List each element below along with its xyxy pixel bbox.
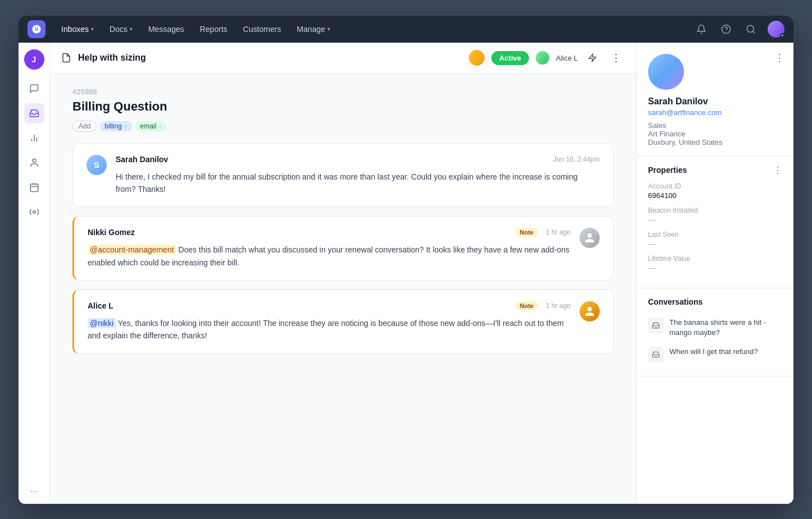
app-window: Inboxes ▾ Docs ▾ Messages Reports Custom… [19,16,793,504]
prop-label: Lifetime Value [648,255,782,263]
conversation-list-item[interactable]: The banana shirts were a hit - mango may… [648,313,782,342]
user-avatar[interactable] [768,21,784,38]
svg-marker-13 [589,54,596,61]
prop-value: — [648,215,782,224]
chevron-icon: ▾ [327,26,330,32]
content-area: Help with sizing Active Alice L ⋮ #25988 [50,43,636,504]
message-body: @nikki Yes, thanks for looking into thei… [88,317,571,342]
message-time: Jun 10, 2:44pm [553,155,600,163]
prop-label: Beacon Installed [648,206,782,214]
header-actions: Active Alice L ⋮ [468,49,625,67]
messages-area: #25988 Billing Question Add billing × em… [50,74,636,504]
message-header: Alice L Note 1 hr ago [88,301,571,310]
note-badge: Note [516,228,538,237]
note-card: Nikki Gomez Note 1 hr ago @account-manag… [72,216,614,281]
conversation-icon [648,318,664,333]
tag-billing: billing × [100,121,132,131]
agent-avatar-2[interactable] [535,50,550,66]
sidebar-item-labels[interactable] [24,177,44,198]
svg-rect-8 [30,184,38,192]
message-sender: Nikki Gomez [88,228,135,237]
message-time: 1 hr ago [546,228,571,236]
more-options-button[interactable]: ⋮ [607,49,625,67]
conversations-title: Conversations [648,297,702,306]
remove-tag-billing[interactable]: × [124,123,127,130]
contact-avatar [648,54,684,90]
message-card: S Sarah Danilov Jun 10, 2:44pm Hi there,… [72,143,614,208]
search-icon[interactable] [743,21,759,37]
nav-icons [694,21,784,38]
section-header: Conversations [648,297,782,306]
sidebar-item-conversations[interactable] [24,79,44,99]
online-indicator [780,33,784,38]
conversations-section: Conversations The banana shirts were a h… [637,288,793,376]
status-badge[interactable]: Active [491,51,529,65]
sidebar-more[interactable]: ··· [30,485,38,497]
message-time: 1 hr ago [546,302,571,310]
note-badge: Note [516,301,538,310]
ticket-title: Billing Question [72,99,614,114]
lightning-button[interactable] [583,49,601,67]
nav-customers[interactable]: Customers [236,21,288,37]
add-tag-button[interactable]: Add [72,121,97,132]
nav-reports[interactable]: Reports [193,21,234,37]
conversation-snippet: The banana shirts were a hit - mango may… [669,318,782,338]
svg-line-3 [752,31,754,33]
message-body: Hi there, I checked my bill for the annu… [116,171,600,196]
prop-value: 6964100 [648,191,782,200]
contact-role: Sales [648,121,782,130]
message-header: Nikki Gomez Note 1 hr ago [88,228,571,237]
contact-email[interactable]: sarah@artfinance.com [648,108,782,117]
remove-tag-email[interactable]: × [158,123,162,130]
prop-value: — [648,264,782,272]
property-lifetime-value: Lifetime Value — [648,255,782,272]
notifications-icon[interactable] [694,21,709,37]
message-header: Sarah Danilov Jun 10, 2:44pm [116,155,600,164]
svg-point-7 [33,159,36,162]
note-card: Alice L Note 1 hr ago @nikki Yes, thanks… [72,290,614,354]
mention-tag: @account-management [88,245,176,255]
conversation-list-item[interactable]: When will I get that refund? [648,342,782,367]
help-icon[interactable] [718,21,734,37]
contact-more-button[interactable]: ⋮ [774,52,784,64]
prop-label: Last Seen [648,231,782,238]
nav-docs[interactable]: Docs ▾ [103,21,139,37]
prop-label: Account ID [648,182,782,190]
main-layout: J ··· [19,43,793,504]
contact-location: Duxbury, United States [648,138,782,146]
tag-email: email × [135,121,166,131]
message-body: @account-management Does this bill match… [88,244,571,269]
nav-inboxes[interactable]: Inboxes ▾ [54,21,101,37]
svg-point-12 [33,210,35,213]
conversation-snippet: When will I get that refund? [669,347,758,357]
mention-tag: @nikki [88,318,116,328]
properties-section: Properties ⋮ Account ID 6964100 Beacon I… [637,156,793,288]
sidebar-user-avatar[interactable]: J [24,49,44,70]
contact-name: Sarah Danilov [648,97,782,107]
nav-messages[interactable]: Messages [142,21,191,37]
conversation-icon [648,347,664,362]
conversation-title: Help with sizing [78,53,461,63]
sidebar-item-settings[interactable] [24,202,44,222]
section-more-button[interactable]: ⋮ [773,165,782,176]
agent-avatar-1[interactable] [468,49,486,67]
ticket-tags: Add billing × email × [72,121,614,132]
property-last-seen: Last Seen — [648,231,782,248]
nav-manage[interactable]: Manage ▾ [290,21,337,37]
sender-avatar: S [86,155,107,175]
property-beacon: Beacon Installed — [648,206,782,224]
sidebar-item-contacts[interactable] [24,153,44,173]
contact-header: ⋮ Sarah Danilov sarah@artfinance.com Sal… [637,43,793,156]
contact-company: Art Finance [648,130,782,138]
chevron-icon: ▾ [130,26,133,32]
section-title: Properties [648,166,687,174]
message-sender: Sarah Danilov [116,155,168,164]
svg-point-2 [747,25,754,32]
sidebar-item-inbox[interactable] [24,103,44,123]
agent-avatar [580,228,600,248]
sidebar-item-reports[interactable] [24,128,44,148]
left-sidebar: J ··· [19,43,50,504]
conversation-type-icon [61,53,71,63]
conversation-header: Help with sizing Active Alice L ⋮ [50,43,636,74]
app-logo[interactable] [28,20,45,38]
